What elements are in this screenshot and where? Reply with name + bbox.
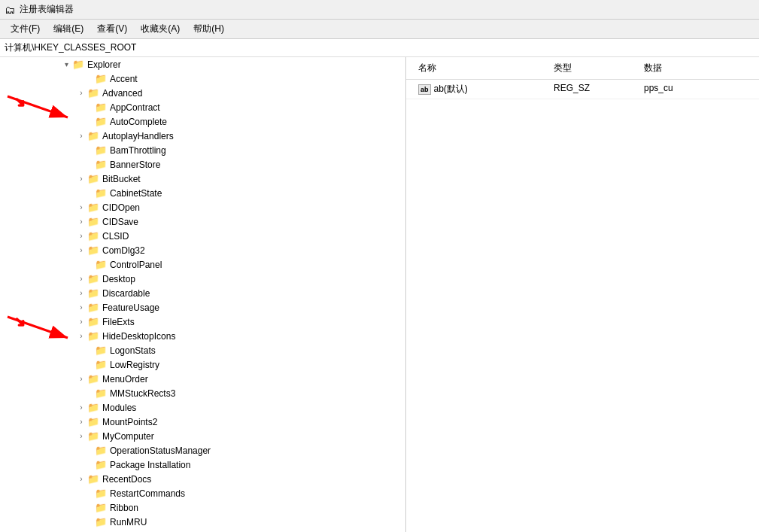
tree-item-runmru[interactable]: 📁 RunMRU	[0, 515, 405, 529]
tree-item-cabinetstate[interactable]: 📁 CabinetState	[0, 186, 405, 200]
folder-icon-menu: 📁	[87, 373, 99, 385]
tree-toggle-fileexts[interactable]: ›	[75, 318, 87, 326]
tree-label-20: LowRegistry	[110, 360, 159, 370]
tree-item-autocomplete[interactable]: 📁 AutoComplete	[0, 114, 405, 129]
detail-row-default[interactable]: ab ab(默认) REG_SZ pps_cu	[406, 80, 759, 99]
tree-label-15: Discardable	[102, 288, 150, 299]
folder-icon-ribbon: 📁	[95, 502, 107, 513]
tree-toggle-hidedesktop[interactable]: ›	[75, 332, 87, 340]
tree-item-explorer[interactable]: ▾ 📁 Explorer	[0, 57, 405, 71]
tree-toggle-discard[interactable]: ›	[75, 289, 87, 297]
tree-toggle-feature[interactable]: ›	[75, 303, 87, 312]
tree-toggle-comdlg[interactable]: ›	[75, 246, 87, 254]
title-bar-text: 注册表编辑器	[20, 3, 74, 16]
tree-label-4: AutoplayHandlers	[102, 131, 174, 141]
folder-icon-bam: 📁	[95, 144, 107, 156]
tree-item-fileexts[interactable]: › 📁 FileExts	[0, 315, 405, 329]
tree-item-cidsave[interactable]: › 📁 CIDSave	[0, 214, 405, 229]
tree-item-bamthrottling[interactable]: 📁 BamThrottling	[0, 143, 405, 157]
folder-icon-mount: 📁	[87, 416, 99, 427]
tree-label-27: Package Installation	[110, 460, 190, 470]
menu-favorites[interactable]: 收藏夹(A)	[135, 21, 186, 37]
ab-icon: ab	[418, 84, 431, 95]
tree-toggle-explorer[interactable]: ▾	[60, 60, 72, 68]
folder-icon-cidsave: 📁	[87, 216, 99, 227]
tree-item-accent[interactable]: 📁 Accent	[0, 71, 405, 86]
folder-icon-restart: 📁	[95, 488, 107, 499]
menu-bar: 文件(F) 编辑(E) 查看(V) 收藏夹(A) 帮助(H)	[0, 20, 759, 39]
tree-item-logonstats[interactable]: 📁 LogonStats	[0, 343, 405, 357]
tree-toggle-modules[interactable]: ›	[75, 403, 87, 412]
folder-icon-logon: 📁	[95, 345, 107, 356]
tree-toggle-cidsave[interactable]: ›	[75, 217, 87, 226]
tree-item-menuorder[interactable]: › 📁 MenuOrder	[0, 372, 405, 386]
tree-item-bitbucket[interactable]: › 📁 BitBucket	[0, 172, 405, 186]
tree-item-bannerstore[interactable]: 📁 BannerStore	[0, 157, 405, 172]
menu-help[interactable]: 帮助(H)	[187, 21, 230, 37]
tree-item-cidopen[interactable]: › 📁 CIDOpen	[0, 200, 405, 214]
tree-toggle-bitbucket[interactable]: ›	[75, 175, 87, 183]
menu-file[interactable]: 文件(F)	[5, 21, 46, 37]
tree-item-mountpoints2[interactable]: › 📁 MountPoints2	[0, 415, 405, 429]
tree-item-mycomputer[interactable]: › 📁 MyComputer	[0, 429, 405, 443]
tree-toggle-mycomp[interactable]: ›	[75, 432, 87, 440]
folder-icon-cabinet: 📁	[95, 187, 107, 199]
tree-pane[interactable]: ➜ ➜ ▾	[0, 57, 406, 532]
cell-name-text: ab(默认)	[434, 83, 468, 96]
tree-item-hidedesktopicons[interactable]: › 📁 HideDesktopIcons	[0, 329, 405, 343]
tree-item-mmstuckrects3[interactable]: 📁 MMStuckRects3	[0, 386, 405, 400]
tree-item-autoplayhandlers[interactable]: › 📁 AutoplayHandlers	[0, 129, 405, 143]
folder-icon-accent: 📁	[95, 73, 107, 84]
tree-toggle-clsid[interactable]: ›	[75, 232, 87, 240]
tree-item-featureusage[interactable]: › 📁 FeatureUsage	[0, 300, 405, 315]
tree-item-search[interactable]: 📁 Search	[0, 529, 405, 532]
tree-toggle-mount[interactable]: ›	[75, 418, 87, 426]
folder-icon-pkg: 📁	[95, 459, 107, 470]
tree-toggle-menu[interactable]: ›	[75, 375, 87, 383]
tree-item-advanced[interactable]: › 📁 Advanced	[0, 86, 405, 100]
tree-label-explorer: Explorer	[87, 59, 121, 70]
tree-label-7: BitBucket	[102, 174, 141, 184]
tree-toggle-cidopen[interactable]: ›	[75, 203, 87, 211]
menu-edit[interactable]: 编辑(E)	[47, 21, 90, 37]
tree-item-appcontract[interactable]: 📁 AppContract	[0, 100, 405, 114]
tree-label-24: MountPoints2	[102, 417, 157, 427]
tree-label-2: AppContract	[110, 102, 160, 113]
tree-toggle-advanced[interactable]: ›	[75, 89, 87, 97]
tree-item-restartcommands[interactable]: 📁 RestartCommands	[0, 486, 405, 500]
folder-icon-bitbucket: 📁	[87, 173, 99, 184]
tree-toggle-autoplay[interactable]: ›	[75, 132, 87, 140]
cell-name-default: ab ab(默认)	[412, 82, 548, 96]
tree-label-8: CabinetState	[110, 188, 162, 199]
tree-label-3: AutoComplete	[110, 117, 167, 127]
tree-item-modules[interactable]: › 📁 Modules	[0, 400, 405, 415]
breadcrumb-text: 计算机\HKEY_CLASSES_ROOT	[5, 41, 136, 54]
tree-item-lowregistry[interactable]: 📁 LowRegistry	[0, 357, 405, 372]
menu-view[interactable]: 查看(V)	[91, 21, 133, 37]
tree-label-10: CIDSave	[102, 217, 138, 227]
folder-icon-mycomp: 📁	[87, 430, 99, 442]
tree-label-13: ControlPanel	[110, 260, 162, 270]
detail-pane: 名称 类型 数据 ab ab(默认) REG_SZ pps_cu	[406, 57, 759, 532]
tree-label-12: ComDlg32	[102, 245, 145, 256]
tree-label-19: LogonStats	[110, 345, 156, 356]
tree-toggle-recent[interactable]: ›	[75, 475, 87, 483]
tree-label-6: BannerStore	[110, 160, 160, 170]
tree-label-18: HideDesktopIcons	[102, 331, 175, 342]
tree-label-26: OperationStatusManager	[110, 445, 211, 456]
folder-icon-control: 📁	[95, 259, 107, 270]
tree-item-operationstatus[interactable]: 📁 OperationStatusManager	[0, 443, 405, 458]
tree-item-ribbon[interactable]: 📁 Ribbon	[0, 500, 405, 515]
cell-type-default: REG_SZ	[548, 82, 638, 96]
tree-item-packageinstall[interactable]: 📁 Package Installation	[0, 458, 405, 472]
tree-label-31: RunMRU	[110, 517, 147, 527]
tree-item-clsid[interactable]: › 📁 CLSID	[0, 229, 405, 243]
tree-toggle-desktop[interactable]: ›	[75, 275, 87, 283]
tree-item-recentdocs[interactable]: › 📁 RecentDocs	[0, 472, 405, 486]
folder-icon-cidopen: 📁	[87, 202, 99, 213]
tree-item-desktop[interactable]: › 📁 Desktop	[0, 272, 405, 286]
tree-item-comdlg32[interactable]: › 📁 ComDlg32	[0, 243, 405, 257]
breadcrumb: 计算机\HKEY_CLASSES_ROOT	[0, 39, 759, 57]
tree-item-controlpanel[interactable]: 📁 ControlPanel	[0, 257, 405, 272]
tree-item-discardable[interactable]: › 📁 Discardable	[0, 286, 405, 300]
